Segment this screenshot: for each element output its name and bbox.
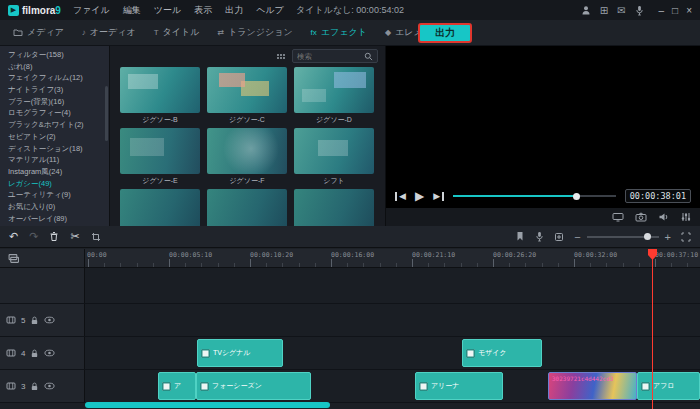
layout-icon[interactable]: ⊞: [600, 5, 608, 16]
mail-icon[interactable]: ✉: [617, 5, 625, 16]
view-options-icon[interactable]: [276, 53, 286, 60]
menu-edit[interactable]: 編集: [123, 4, 141, 17]
track-lane[interactable]: [85, 304, 700, 336]
category-blur[interactable]: ブラー(背景)(16): [0, 96, 109, 108]
track-lane[interactable]: ア フォーシーズン アリーナ 30239721c4d442cd3: [85, 370, 700, 402]
tab-effects[interactable]: fx エフェクト: [302, 20, 376, 45]
effect-thumbnail[interactable]: [207, 189, 287, 226]
eye-icon[interactable]: [44, 382, 55, 390]
effect-clip[interactable]: モザイク: [462, 339, 542, 367]
category-nightlife[interactable]: ナイトライフ(3): [0, 84, 109, 96]
track-lane[interactable]: TVシグナル モザイク: [85, 337, 700, 369]
category-filters[interactable]: フィルター(158): [0, 49, 109, 61]
display-settings-icon[interactable]: [612, 212, 624, 222]
tab-media[interactable]: メディア: [4, 20, 73, 45]
search-input[interactable]: [297, 52, 361, 61]
preview-video-area[interactable]: [386, 46, 700, 184]
zoom-slider[interactable]: [587, 236, 659, 238]
adjust-icon[interactable]: [681, 212, 691, 222]
seek-handle[interactable]: [573, 193, 580, 200]
category-sepia[interactable]: セピアトン(2): [0, 131, 109, 143]
menu-file[interactable]: ファイル: [73, 4, 110, 17]
effect-item[interactable]: ジグソー-D: [294, 67, 374, 125]
play-button[interactable]: ▶: [415, 192, 424, 201]
zoom-out-icon[interactable]: −: [574, 231, 580, 243]
effect-thumbnail[interactable]: [294, 128, 374, 174]
zoom-fit-icon[interactable]: [681, 232, 691, 242]
category-black-white[interactable]: ブラック&ホワイト(2): [0, 119, 109, 131]
lock-icon[interactable]: [30, 316, 39, 325]
manage-tracks-icon[interactable]: [8, 253, 19, 264]
effect-thumbnail[interactable]: [207, 67, 287, 113]
effect-item[interactable]: シフト: [294, 128, 374, 186]
close-button[interactable]: ×: [686, 5, 692, 16]
menu-help[interactable]: ヘルプ: [256, 4, 284, 17]
sidebar-scrollbar[interactable]: [105, 86, 108, 141]
track-lane[interactable]: [85, 268, 700, 303]
effect-clip[interactable]: TVシグナル: [197, 339, 283, 367]
category-legacy[interactable]: レガシー(49): [0, 178, 109, 190]
menu-view[interactable]: 表示: [194, 4, 212, 17]
menu-export[interactable]: 出力: [225, 4, 243, 17]
effect-item[interactable]: ジグソー-F: [207, 128, 287, 186]
category-shake[interactable]: ぶれ(8): [0, 61, 109, 73]
tab-audio[interactable]: ♪ オーディオ: [73, 20, 145, 45]
media-clip[interactable]: 30239721c4d442cd3: [548, 372, 637, 400]
eye-icon[interactable]: [44, 349, 55, 357]
effect-thumbnail[interactable]: [120, 189, 200, 226]
snapshot-icon[interactable]: [635, 212, 647, 222]
playhead-line[interactable]: [652, 249, 653, 409]
effect-item[interactable]: [120, 189, 200, 226]
lock-icon[interactable]: [30, 382, 39, 391]
record-voiceover-icon[interactable]: [535, 231, 544, 242]
effect-item[interactable]: ジグソー-C: [207, 67, 287, 125]
zoom-slider-handle[interactable]: [644, 233, 651, 240]
effect-clip[interactable]: アフロ: [637, 372, 700, 400]
minimize-button[interactable]: –: [659, 5, 665, 16]
marker-icon[interactable]: [515, 231, 525, 242]
mic-icon[interactable]: [635, 5, 644, 16]
effect-item[interactable]: ジグソー-E: [120, 128, 200, 186]
account-icon[interactable]: [581, 5, 591, 15]
effect-thumbnail[interactable]: [294, 67, 374, 113]
search-icon[interactable]: [364, 52, 373, 61]
tab-transitions[interactable]: ⇄ トランジション: [208, 20, 301, 45]
seek-bar[interactable]: [453, 195, 616, 197]
zoom-in-icon[interactable]: +: [665, 231, 671, 243]
undo-icon[interactable]: ↶: [9, 231, 18, 242]
delete-icon[interactable]: [49, 231, 59, 242]
category-utility[interactable]: ユーティリティ(9): [0, 189, 109, 201]
split-icon[interactable]: ✂: [70, 231, 79, 242]
effect-item[interactable]: [207, 189, 287, 226]
timeline-ruler[interactable]: 00:00 00:00:05:10 00:00:10:20 00:00:16:0…: [85, 249, 700, 267]
effect-item[interactable]: ジグソー-B: [120, 67, 200, 125]
export-button[interactable]: 出力: [418, 23, 472, 43]
timeline-horizontal-scrollbar[interactable]: [85, 402, 330, 408]
category-overlay[interactable]: オーバーレイ(89): [0, 213, 109, 225]
effect-thumbnail[interactable]: [207, 128, 287, 174]
effect-clip[interactable]: ア: [158, 372, 196, 400]
effect-thumbnail[interactable]: [120, 128, 200, 174]
category-faux-film[interactable]: フェイクフィルム(12): [0, 72, 109, 84]
category-material[interactable]: マテリアル(11): [0, 154, 109, 166]
category-instagram[interactable]: Instagram風(24): [0, 166, 109, 178]
volume-icon[interactable]: [658, 212, 670, 222]
maximize-button[interactable]: □: [672, 5, 678, 16]
next-frame-button[interactable]: ▶: [433, 192, 444, 201]
effect-clip[interactable]: フォーシーズン: [196, 372, 311, 400]
category-distortion[interactable]: ディストーション(18): [0, 143, 109, 155]
category-favorites[interactable]: お気に入り(0): [0, 201, 109, 213]
effect-clip[interactable]: アリーナ: [415, 372, 503, 400]
previous-frame-button[interactable]: ◀: [395, 192, 406, 201]
eye-icon[interactable]: [44, 316, 55, 324]
effect-thumbnail[interactable]: [294, 189, 374, 226]
effect-thumbnail[interactable]: [120, 67, 200, 113]
effect-item[interactable]: [294, 189, 374, 226]
crop-icon[interactable]: [91, 232, 101, 242]
tab-titles[interactable]: T タイトル: [145, 20, 209, 45]
lock-icon[interactable]: [30, 349, 39, 358]
category-lomography[interactable]: ロモグラフィー(4): [0, 107, 109, 119]
menu-tools[interactable]: ツール: [154, 4, 181, 17]
add-keyframe-icon[interactable]: [554, 232, 564, 242]
redo-icon[interactable]: ↷: [29, 231, 38, 242]
